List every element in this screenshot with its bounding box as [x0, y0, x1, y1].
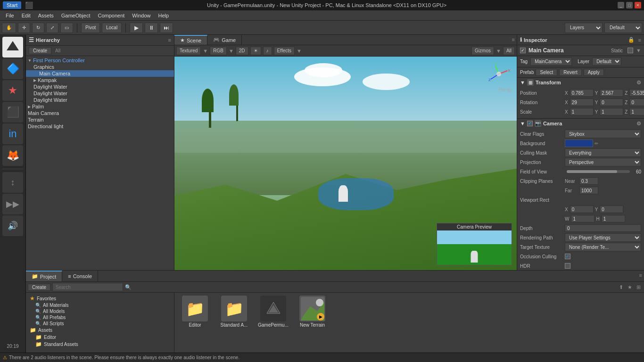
occlusion-checkbox[interactable]: ✓: [565, 254, 570, 259]
proj-icon-3[interactable]: ⊞: [636, 284, 641, 290]
favorites-header[interactable]: ★ Favorites: [28, 295, 172, 302]
local-button[interactable]: Local: [102, 23, 122, 33]
hier-item-graphics[interactable]: Graphics: [26, 64, 174, 70]
inspector-menu[interactable]: ≡: [638, 37, 641, 43]
menu-component[interactable]: Component: [94, 12, 128, 19]
step-button[interactable]: ⏭: [160, 23, 173, 33]
inspector-lock-icon[interactable]: 🔒: [628, 37, 635, 43]
camera-settings[interactable]: ⚙: [636, 121, 641, 127]
taskbar-unity-icon[interactable]: [2, 37, 23, 58]
camera-header[interactable]: ▼ ✓ 📷 Camera ⚙: [517, 119, 644, 128]
scene-tab[interactable]: ★ Scene: [174, 35, 207, 45]
taskbar-icon-6[interactable]: 🦊: [2, 145, 23, 166]
transform-settings[interactable]: ⚙: [636, 80, 641, 86]
play-button[interactable]: ▶: [130, 23, 143, 33]
pos-z-field[interactable]: [629, 89, 644, 97]
audio-btn[interactable]: ♪: [263, 47, 272, 55]
background-color-picker[interactable]: [565, 140, 593, 147]
taskbar-icon-3[interactable]: ★: [2, 80, 23, 101]
asset-terrain[interactable]: ▶ New Terrain: [295, 296, 330, 328]
taskbar-icon-4[interactable]: ⬛: [2, 102, 23, 123]
menu-gameobject[interactable]: GameObject: [58, 12, 94, 19]
proj-editor[interactable]: 📁 Editor: [28, 334, 172, 341]
menu-edit[interactable]: Edit: [18, 12, 34, 19]
rotate-tool[interactable]: ↻: [32, 23, 44, 33]
hier-item-dwater1[interactable]: Daylight Water: [26, 83, 174, 90]
proj-icon-2[interactable]: ★: [627, 284, 632, 290]
target-tex-dropdown[interactable]: None (Render Te...: [565, 243, 641, 251]
project-tab[interactable]: 📁 Project: [26, 271, 62, 281]
project-menu[interactable]: ≡: [637, 271, 644, 281]
twod-btn[interactable]: 2D: [236, 47, 248, 55]
scale-z-field[interactable]: [629, 108, 644, 115]
hier-item-dwater3[interactable]: Daylight Water: [26, 97, 174, 103]
menu-assets[interactable]: Assets: [34, 12, 58, 19]
hierarchy-create-btn[interactable]: Create: [29, 47, 51, 54]
scale-y-field[interactable]: [600, 108, 623, 115]
hier-item-terrain[interactable]: Terrain: [26, 116, 174, 123]
culling-mask-dropdown[interactable]: Everything: [565, 148, 641, 157]
taskbar-icon-9[interactable]: 🔊: [2, 215, 23, 236]
vp-x-field[interactable]: [570, 206, 594, 213]
projection-dropdown[interactable]: Perspective: [565, 158, 641, 166]
proj-all-scripts[interactable]: 🔍 All Scripts: [28, 321, 172, 327]
taskbar-icon-5[interactable]: in: [2, 123, 23, 144]
select-button[interactable]: Select: [536, 69, 557, 76]
asset-gameperm[interactable]: GamePermu...: [256, 296, 291, 328]
render-path-dropdown[interactable]: Use Player Settings: [565, 233, 641, 242]
hdr-checkbox[interactable]: □: [565, 263, 570, 269]
static-checkbox[interactable]: [627, 48, 633, 53]
pivot-button[interactable]: Pivot: [81, 23, 100, 33]
rgb-btn[interactable]: RGB: [210, 47, 227, 55]
proj-all-prefabs[interactable]: 🔍 All Prefabs: [28, 314, 172, 321]
textured-btn[interactable]: Textured: [176, 47, 201, 55]
rot-x-field[interactable]: [570, 99, 594, 106]
pos-y-field[interactable]: [600, 89, 623, 97]
static-dropdown-arrow[interactable]: ▼: [636, 48, 641, 53]
scale-x-field[interactable]: [570, 108, 594, 115]
sun-btn[interactable]: ☀: [250, 47, 261, 55]
layer-dropdown[interactable]: Default: [592, 58, 621, 66]
apply-button[interactable]: Apply: [584, 69, 604, 76]
tag-dropdown[interactable]: MainCamera: [530, 58, 572, 66]
pos-x-field[interactable]: [570, 89, 594, 97]
project-create-btn[interactable]: Create: [28, 284, 50, 291]
scene-menu[interactable]: ≡: [510, 35, 517, 45]
camera-enabled-checkbox[interactable]: ✓: [527, 121, 533, 126]
proj-standard-assets[interactable]: 📁 Standard Assets: [28, 341, 172, 348]
console-tab[interactable]: ≡ Console: [62, 271, 98, 281]
assets-header[interactable]: 📁 Assets: [28, 327, 172, 334]
proj-all-materials[interactable]: 🔍 All Materials: [28, 302, 172, 308]
vp-w-field[interactable]: [571, 215, 594, 222]
color-picker-icon[interactable]: ✏: [594, 141, 598, 146]
layers-dropdown[interactable]: Layers: [565, 23, 603, 33]
start-button[interactable]: Start: [3, 1, 21, 9]
taskbar-blender-icon[interactable]: 🔷: [2, 58, 23, 79]
pause-button[interactable]: ⏸: [145, 23, 158, 33]
vp-h-field[interactable]: [602, 215, 625, 222]
vp-y-field[interactable]: [600, 206, 623, 213]
rot-z-field[interactable]: [629, 99, 644, 106]
hier-item-palm[interactable]: ▶ Palm: [26, 103, 174, 110]
hier-item-dwater2[interactable]: Daylight Water: [26, 90, 174, 97]
all-btn[interactable]: All: [503, 47, 515, 55]
layout-dropdown[interactable]: Default: [604, 23, 642, 33]
gameobj-active-checkbox[interactable]: ✓: [520, 48, 526, 53]
menu-help[interactable]: Help: [154, 12, 173, 19]
asset-editor[interactable]: 📁 Editor: [177, 296, 213, 328]
gizmos-btn[interactable]: Gizmos: [471, 47, 494, 55]
effects-btn[interactable]: Effects: [274, 47, 295, 55]
rot-y-field[interactable]: [600, 99, 623, 106]
proj-all-models[interactable]: 🔍 All Models: [28, 308, 172, 314]
hand-tool[interactable]: ✋: [2, 23, 16, 33]
hierarchy-menu[interactable]: ≡: [168, 37, 171, 43]
hier-item-maincam2[interactable]: Main Camera: [26, 110, 174, 116]
minimize-button[interactable]: _: [618, 2, 624, 8]
project-search-input[interactable]: [52, 283, 123, 291]
depth-field[interactable]: [565, 224, 641, 232]
menu-window[interactable]: Window: [128, 12, 154, 19]
fov-slider[interactable]: [567, 170, 630, 173]
proj-icon-1[interactable]: ⬆: [619, 284, 623, 290]
transform-header[interactable]: ▼ ⊞ Transform ⚙: [517, 78, 644, 87]
far-field[interactable]: [579, 187, 598, 194]
